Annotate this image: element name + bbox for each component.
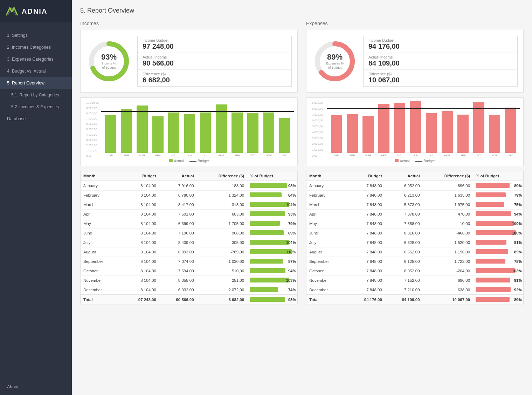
sidebar-item-incomes-cat[interactable]: 2. Incomes Categories [0, 41, 72, 53]
cell-budget: 8 104,00 [121, 200, 159, 210]
table-row: February 7 848,00 6 213,00 1 635,00 79% [306, 191, 524, 200]
bar-label: JAN [334, 154, 339, 157]
bar-label: OCT [250, 154, 256, 157]
expenses-table: Month Budget Actual Difference ($) % of … [306, 171, 524, 305]
cell-diff: 188,00 [197, 181, 247, 191]
cell-budget: 7 848,00 [347, 200, 385, 210]
cell-actual: 6 399,00 [159, 219, 197, 229]
bar-label: NOV [266, 154, 272, 157]
cell-pct: 104% [247, 238, 297, 247]
bar [168, 113, 179, 153]
table-row: January 7 848,00 6 952,00 896,00 89% [306, 181, 524, 191]
bar-group: JUN [408, 101, 423, 157]
cell-actual: 6 032,00 [159, 285, 197, 295]
bar-group: OCT [245, 113, 261, 157]
cell-budget: 8 104,00 [121, 285, 159, 295]
table-row: April 7 848,00 7 378,00 470,00 94% [306, 210, 524, 219]
cell-month: September [306, 257, 347, 266]
cell-diff: -251,00 [197, 276, 247, 285]
sidebar-item-budget-actual[interactable]: 4. Budget vs. Actual [0, 65, 72, 77]
sidebar-item-settings[interactable]: 1. Settings [0, 29, 72, 41]
cell-budget: 7 848,00 [347, 247, 385, 257]
cell-actual: 8 355,00 [159, 276, 197, 285]
table-row: August 8 104,00 8 893,00 -789,00 110% [81, 247, 298, 257]
bar [105, 115, 116, 153]
cell-pct: 98% [247, 181, 297, 191]
sidebar-nav: 1. Settings 2. Incomes Categories 3. Exp… [0, 22, 72, 379]
cell-pct: 81% [473, 238, 523, 247]
expenses-budget-line [327, 108, 520, 109]
cell-pct: 110% [247, 247, 297, 257]
cell-diff: 638,00 [423, 285, 473, 295]
incomes-stats-panel: Income Budget 97 248,00 Actual Income 90… [137, 36, 292, 87]
expenses-col-month: Month [306, 171, 347, 181]
bar [442, 111, 453, 153]
cell-total-actual: 84 109,00 [385, 295, 423, 305]
cell-pct: 92% [473, 285, 523, 295]
cell-month: April [81, 210, 122, 219]
cell-actual: 8 409,00 [159, 238, 197, 247]
cell-diff: 1 196,00 [423, 247, 473, 257]
cell-budget: 7 848,00 [347, 181, 385, 191]
cell-budget: 7 848,00 [347, 191, 385, 200]
cell-month: November [306, 276, 347, 285]
bar [247, 113, 258, 153]
cell-diff: 1 520,00 [423, 238, 473, 247]
incomes-col-month: Month [81, 171, 122, 181]
cell-pct: 85% [473, 247, 523, 257]
cell-diff: 1 723,00 [423, 257, 473, 266]
bar-label: NOV [492, 154, 498, 157]
cell-actual: 7 594,00 [159, 266, 197, 276]
cell-month: July [306, 238, 347, 247]
bar [347, 114, 358, 153]
cell-actual: 6 952,00 [385, 181, 423, 191]
sidebar-item-report-categories[interactable]: 5.1. Report by Categories [0, 89, 72, 101]
table-row: January 8 104,00 7 916,00 188,00 98% [81, 181, 298, 191]
expenses-bar-chart: JANFEBMARAPRMAIJUNJULAUGSEPOCTNOVDEC [327, 101, 520, 157]
cell-total-month: Total [81, 295, 122, 305]
bar [331, 115, 342, 153]
bar-group: SEP [455, 115, 471, 157]
cell-actual: 8 417,00 [159, 200, 197, 210]
cell-pct: 103% [247, 276, 297, 285]
table-row: August 7 848,00 6 652,00 1 196,00 85% [306, 247, 524, 257]
incomes-chart-legend: Actual Budget [84, 157, 294, 164]
bar-label: JUL [203, 154, 208, 157]
cell-budget: 8 104,00 [121, 257, 159, 266]
sidebar-item-incomes-expenses[interactable]: 5.2. Incomes & Expenses [0, 101, 72, 113]
sidebar-item-expenses-cat[interactable]: 3. Expenses Categories [0, 53, 72, 65]
sidebar: ADNIA 1. Settings 2. Incomes Categories … [0, 0, 72, 395]
cell-actual: 8 316,00 [385, 229, 423, 238]
bar-label: DEC [282, 154, 288, 157]
expenses-gauge-label: Expenses % of Budget [326, 62, 344, 70]
sidebar-item-report-overview[interactable]: 5. Report Overview [0, 77, 72, 89]
cell-budget: 8 104,00 [121, 276, 159, 285]
cell-month: June [306, 229, 347, 238]
sidebar-item-database[interactable]: Database [0, 113, 72, 125]
cell-budget: 8 104,00 [121, 181, 159, 191]
incomes-col-actual: Actual [159, 171, 197, 181]
cell-month: November [81, 276, 122, 285]
cell-actual: 7 210,00 [385, 285, 423, 295]
cell-diff: 696,00 [423, 276, 473, 285]
sidebar-footer-about[interactable]: About [0, 379, 72, 395]
cell-month: September [81, 257, 122, 266]
bar-group: OCT [471, 102, 487, 157]
cell-total-pct: 89% [473, 295, 523, 305]
expenses-gauge-card: 89% Expenses % of Budget Income Budget 9… [306, 30, 524, 93]
bar-label: JUN [413, 154, 419, 157]
bar-label: JAN [108, 154, 113, 157]
bar [426, 113, 437, 153]
incomes-col-pct: % of Budget [247, 171, 297, 181]
incomes-stat-diff: Difference ($) 6 682,00 [138, 70, 291, 86]
bar-group: MAI [166, 113, 182, 157]
cell-actual: 5 873,00 [385, 200, 423, 210]
table-row: June 8 104,00 7 196,00 908,00 89% [81, 229, 298, 238]
cell-month: July [81, 238, 122, 247]
expenses-title: Expenses [306, 21, 524, 26]
expenses-chart: 9 000,008 000,007 000,006 000,00 5 000,0… [306, 97, 524, 166]
bar-group: FEB [344, 114, 360, 157]
main-content: 5. Report Overview Incomes 93% Income % … [72, 0, 532, 395]
cell-total-budget: 94 176,00 [347, 295, 385, 305]
bar-group: NOV [261, 113, 277, 157]
